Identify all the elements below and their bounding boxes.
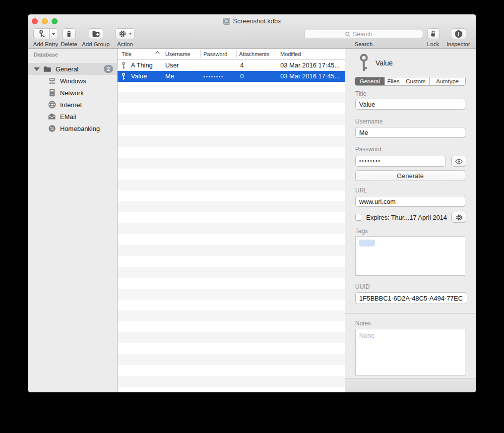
- chevron-down-icon: [129, 33, 132, 35]
- disclosure-triangle-icon[interactable]: [34, 67, 40, 71]
- expires-label: Expires: Thur...17 April 2014: [366, 214, 447, 221]
- sidebar-item-network[interactable]: Network: [28, 87, 117, 99]
- action-label: Action: [117, 41, 133, 47]
- cell-modified: 03 Mar 2016 17:45...: [280, 71, 340, 82]
- delete-label: Delete: [61, 41, 77, 47]
- username-field[interactable]: [355, 127, 465, 138]
- section-divider: [345, 313, 476, 313]
- sidebar-item-homebanking[interactable]: Homebanking: [28, 123, 117, 134]
- notes-field[interactable]: [355, 329, 465, 375]
- gear-icon: [119, 30, 126, 38]
- title-field[interactable]: [355, 99, 465, 110]
- app-window: Screenshot.kdbx Add Entry: [28, 14, 476, 392]
- sidebar-item-general[interactable]: General 2: [28, 63, 117, 75]
- sidebar-item-label: Internet: [60, 101, 82, 109]
- username-field-label: Username: [355, 118, 382, 125]
- entry-key-icon: [358, 54, 370, 72]
- tab-custom[interactable]: Custom: [402, 77, 430, 85]
- inspector-tabs: General Files Custom Autotype: [355, 77, 466, 86]
- sort-ascending-icon: [155, 51, 160, 54]
- eye-icon: [455, 159, 463, 164]
- generate-password-button[interactable]: Generate: [355, 170, 465, 181]
- percent-icon: [48, 124, 56, 133]
- cell-attachments: 0: [240, 71, 244, 82]
- cell-username: Me: [165, 71, 174, 82]
- envelope-icon: [48, 113, 56, 121]
- add-group-label: Add Group: [82, 41, 110, 47]
- gear-icon: [455, 214, 463, 221]
- inspector-panel: Value General Files Custom Autotype Titl…: [345, 49, 476, 392]
- column-divider[interactable]: [236, 50, 237, 58]
- table-row[interactable]: A Thing User 4 03 Mar 2016 17:45...: [118, 60, 345, 71]
- tab-files[interactable]: Files: [385, 77, 402, 85]
- inspector-label: Inspector: [446, 41, 470, 47]
- reveal-password-button[interactable]: [451, 156, 466, 167]
- column-header-username[interactable]: Username: [165, 49, 190, 60]
- column-header-attachments[interactable]: Attachments: [239, 49, 269, 60]
- search-icon: [345, 31, 351, 37]
- key-icon: [121, 73, 126, 80]
- column-header-title[interactable]: Title: [122, 49, 131, 60]
- sidebar-item-label: EMail: [60, 113, 76, 121]
- sidebar-item-email[interactable]: EMail: [28, 111, 117, 123]
- add-group-button[interactable]: [89, 28, 103, 39]
- column-divider[interactable]: [163, 50, 163, 58]
- inspector-button[interactable]: i: [451, 28, 466, 39]
- sidebar-section-header: Database: [34, 52, 58, 58]
- globe-icon: [48, 101, 56, 109]
- trash-icon: [65, 30, 72, 38]
- key-plus-icon: [34, 30, 49, 38]
- lock-label: Lock: [427, 41, 439, 47]
- search-input-wrap[interactable]: [304, 30, 423, 38]
- info-icon: i: [455, 30, 462, 38]
- delete-button[interactable]: [63, 28, 76, 39]
- table-row-selected[interactable]: Value Me •••••••• 0 03 Mar 2016 17:45...: [118, 71, 345, 82]
- lock-open-icon: [430, 30, 437, 38]
- sidebar-item-windows[interactable]: Windows: [28, 75, 117, 87]
- cell-password: ••••••••: [203, 71, 224, 82]
- folder-plus-icon: [92, 30, 100, 37]
- add-entry-dropdown[interactable]: [50, 33, 58, 35]
- action-button[interactable]: [115, 28, 135, 39]
- cell-title: A Thing: [131, 60, 153, 71]
- uuid-field-label: UUID: [355, 283, 370, 290]
- window-title: Screenshot.kdbx: [233, 17, 281, 25]
- window-chrome: Screenshot.kdbx Add Entry: [28, 14, 476, 49]
- cell-attachments: 4: [240, 60, 244, 71]
- group-sidebar: Database General 2 Windows: [28, 49, 118, 392]
- cell-title: Value: [131, 71, 147, 82]
- expires-settings-button[interactable]: [451, 212, 466, 223]
- tab-general[interactable]: General: [355, 77, 385, 85]
- column-divider[interactable]: [276, 50, 276, 58]
- entry-table: Title Username Password Attachments Modi…: [118, 49, 345, 392]
- server-icon: [48, 89, 56, 97]
- window-title-area: Screenshot.kdbx: [28, 17, 476, 26]
- windows-network-icon: [48, 77, 56, 85]
- tab-autotype[interactable]: Autotype: [430, 77, 465, 85]
- expires-checkbox[interactable]: [355, 214, 362, 221]
- key-icon: [121, 62, 126, 69]
- tag-pill[interactable]: [359, 240, 375, 247]
- url-field[interactable]: [355, 196, 465, 207]
- inspector-footer: [345, 378, 476, 392]
- password-field-label: Password: [355, 146, 381, 153]
- entry-title: Value: [376, 59, 393, 67]
- uuid-field[interactable]: [355, 292, 467, 304]
- sidebar-item-internet[interactable]: Internet: [28, 99, 117, 111]
- notes-field-label: Notes: [355, 320, 371, 327]
- lock-button[interactable]: [427, 28, 440, 39]
- chevron-down-icon: [52, 33, 56, 35]
- search-input[interactable]: [353, 31, 382, 38]
- column-header-password[interactable]: Password: [203, 49, 227, 60]
- tags-field[interactable]: [355, 236, 465, 276]
- add-entry-button[interactable]: [33, 28, 58, 39]
- password-field[interactable]: [355, 156, 446, 167]
- column-header-modified[interactable]: Modified: [280, 49, 301, 60]
- entry-count-badge: 2: [104, 65, 113, 73]
- cell-username: User: [165, 60, 179, 71]
- tags-field-label: Tags: [355, 228, 368, 235]
- sidebar-item-label: Network: [60, 89, 84, 97]
- add-entry-label: Add Entry: [33, 41, 59, 47]
- table-header: Title Username Password Attachments Modi…: [118, 49, 345, 60]
- column-divider[interactable]: [200, 50, 201, 58]
